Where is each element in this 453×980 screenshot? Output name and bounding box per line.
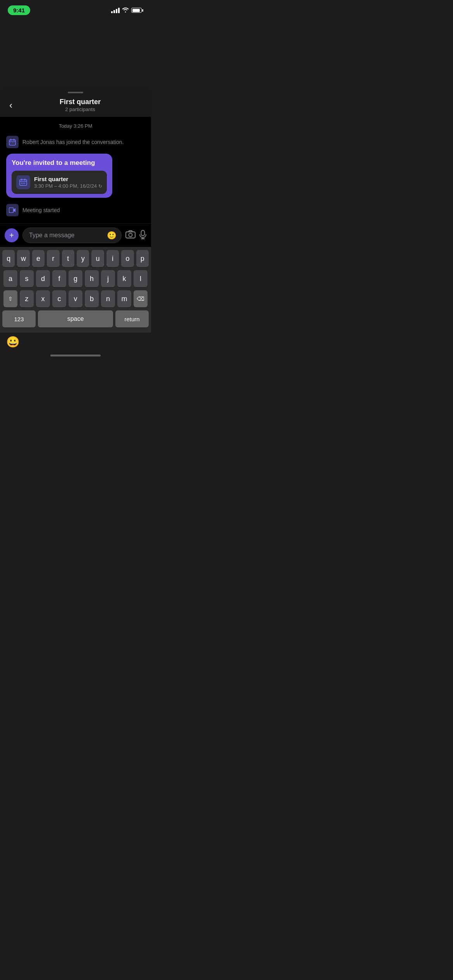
refresh-icon: ↻ [98,183,102,189]
key-j[interactable]: j [101,270,115,287]
invite-title: You're invited to a meeting [12,159,107,167]
key-w[interactable]: w [17,250,29,267]
key-b[interactable]: b [85,290,99,307]
top-dark-area [0,18,151,88]
chat-body: Today 3:26 PM Robert Jonas has joined th… [0,117,151,223]
keyboard-row-1: q w e r t y u i o p [2,250,149,267]
mic-button[interactable] [139,230,146,241]
keyboard-row-2: a s d f g h j k l [2,270,149,287]
meeting-card[interactable]: First quarter 3:30 PM – 4:00 PM, 16/2/24… [12,171,107,194]
svg-rect-3 [14,142,14,143]
back-button[interactable]: ‹ [6,98,15,112]
key-d[interactable]: d [36,270,50,287]
bottom-sheet: ‹ First quarter 2 participants Today 3:2… [0,88,151,360]
key-h[interactable]: h [85,270,99,287]
keyboard-row-4: 123 space return [2,310,149,327]
home-bar [50,355,101,356]
status-time: 9:41 [8,5,30,15]
meeting-card-title: First quarter [34,176,102,182]
meeting-invite-bubble: You're invited to a meeting First quarte… [6,154,112,198]
key-x[interactable]: x [36,290,50,307]
signal-icon [111,8,120,13]
emoji-bar: 😀 [0,332,151,351]
key-y[interactable]: y [77,250,89,267]
header-center: First quarter 2 participants [15,98,145,112]
key-e[interactable]: e [32,250,45,267]
status-bar: 9:41 [0,0,151,18]
key-m[interactable]: m [117,290,131,307]
chat-title: First quarter [15,98,145,106]
message-placeholder: Type a message [29,232,105,239]
key-c[interactable]: c [52,290,66,307]
status-icons [111,7,143,14]
key-i[interactable]: i [106,250,119,267]
svg-rect-9 [126,232,135,238]
svg-rect-8 [9,208,14,213]
keyboard: q w e r t y u i o p a s d f g h j k l ⇧ … [0,247,151,332]
key-n[interactable]: n [101,290,115,307]
chat-timestamp: Today 3:26 PM [6,122,145,130]
meeting-started-row: Meeting started [6,202,145,219]
svg-rect-4 [20,180,27,185]
key-a[interactable]: a [3,270,17,287]
key-o[interactable]: o [121,250,134,267]
message-input[interactable]: Type a message 🙂 [22,228,122,243]
home-indicator [0,351,151,360]
join-message-text: Robert Jonas has joined the conversation… [22,139,124,145]
key-v[interactable]: v [69,290,82,307]
key-p[interactable]: p [136,250,149,267]
video-icon [6,204,19,216]
key-s[interactable]: s [20,270,34,287]
key-z[interactable]: z [20,290,34,307]
drag-handle-wrap [0,88,151,96]
emoji-face-button[interactable]: 😀 [6,336,20,348]
svg-rect-5 [21,183,22,184]
key-f[interactable]: f [52,270,66,287]
emoji-button[interactable]: 🙂 [107,231,117,240]
svg-rect-7 [24,183,26,184]
add-attachment-button[interactable]: + [5,228,19,242]
system-join-message: Robert Jonas has joined the conversation… [6,134,145,150]
wifi-icon [122,7,129,14]
chat-subtitle: 2 participants [15,106,145,112]
numbers-key[interactable]: 123 [2,310,36,327]
keyboard-row-3: ⇧ z x c v b n m ⌫ [2,290,149,307]
meeting-started-text: Meeting started [22,207,60,213]
shift-key[interactable]: ⇧ [3,290,17,307]
svg-point-10 [129,233,132,237]
meeting-card-time: 3:30 PM – 4:00 PM, 16/2/24 ↻ [34,183,102,189]
svg-rect-2 [12,142,13,143]
svg-rect-6 [23,183,24,184]
key-l[interactable]: l [134,270,148,287]
key-u[interactable]: u [91,250,104,267]
camera-button[interactable] [125,230,136,241]
delete-key[interactable]: ⌫ [134,290,148,307]
battery-icon [131,8,143,13]
calendar-icon [6,136,19,148]
meeting-card-info: First quarter 3:30 PM – 4:00 PM, 16/2/24… [34,176,102,189]
svg-rect-1 [10,142,11,143]
key-g[interactable]: g [69,270,82,287]
key-t[interactable]: t [62,250,74,267]
message-input-row: + Type a message 🙂 [0,223,151,247]
message-input-wrap: Type a message 🙂 [22,228,122,243]
chat-header: ‹ First quarter 2 participants [0,96,151,117]
return-key[interactable]: return [115,310,149,327]
space-key[interactable]: space [38,310,113,327]
drag-handle [68,92,83,93]
key-r[interactable]: r [47,250,59,267]
key-k[interactable]: k [117,270,131,287]
meeting-card-icon [16,175,30,189]
svg-rect-11 [141,230,145,236]
key-q[interactable]: q [2,250,15,267]
